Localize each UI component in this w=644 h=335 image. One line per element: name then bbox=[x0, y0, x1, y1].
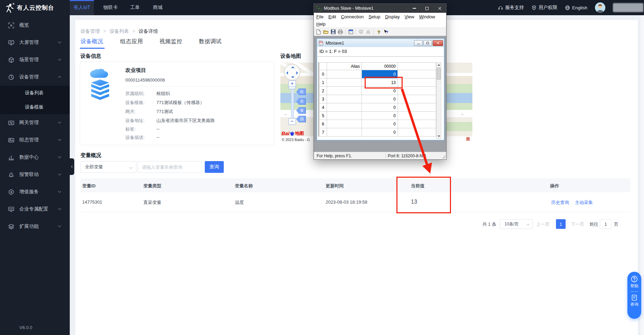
minimize-button[interactable] bbox=[408, 4, 421, 13]
navbar-tab-usr-iot[interactable]: 有人IoT bbox=[70, 0, 94, 15]
big-screen-icon bbox=[8, 40, 14, 46]
avatar[interactable] bbox=[595, 2, 605, 13]
variable-type-select[interactable]: 全部变量 bbox=[80, 161, 136, 173]
prev-page-button[interactable]: 上一页 bbox=[536, 221, 550, 227]
sidebar-item-screens[interactable]: 大屏管理 bbox=[0, 34, 70, 51]
goto-page-input[interactable] bbox=[600, 219, 612, 229]
alias-cell[interactable] bbox=[327, 95, 362, 103]
alias-cell[interactable] bbox=[327, 70, 362, 78]
page-number-1[interactable]: 1 bbox=[556, 219, 566, 229]
navbar-tab-workorder[interactable]: 工单 bbox=[124, 0, 146, 15]
sidebar-item-overview[interactable]: 概览 bbox=[0, 17, 70, 34]
zoom-slider-track[interactable] bbox=[291, 87, 294, 119]
doc-minimize-button[interactable] bbox=[414, 40, 423, 46]
scroll-up-button[interactable] bbox=[436, 63, 441, 67]
grid-row-7[interactable]: 7 0 bbox=[319, 128, 436, 137]
alias-cell[interactable] bbox=[327, 78, 362, 87]
grid-row-5[interactable]: 5 0 bbox=[319, 112, 436, 120]
breadcrumb-device-mgmt[interactable]: 设备管理 bbox=[80, 28, 100, 35]
menu-file[interactable]: File bbox=[314, 14, 326, 19]
resize-grip[interactable] bbox=[442, 155, 445, 159]
sidebar-item-devices[interactable]: 设备管理 bbox=[0, 68, 70, 86]
maximize-button[interactable] bbox=[421, 4, 433, 13]
sidebar-item-extensions[interactable]: 扩展功能 bbox=[0, 218, 70, 235]
sidebar-item-datacenter[interactable]: 数据中心 bbox=[0, 149, 70, 166]
search-button[interactable]: 查询 bbox=[205, 161, 224, 173]
history-query-link[interactable]: 历史查询 bbox=[551, 199, 569, 206]
grid-row-6[interactable]: 6 0 bbox=[319, 120, 436, 128]
help-button[interactable]: ? bbox=[376, 29, 382, 35]
scroll-thumb[interactable] bbox=[437, 68, 441, 80]
sidebar-item-enterprise[interactable]: 企业专属配置 bbox=[0, 201, 70, 218]
sidebar-item-device-template[interactable]: 设备模板 bbox=[0, 100, 70, 114]
navbar-tab-mall[interactable]: 商城 bbox=[146, 0, 169, 15]
variable-search-input[interactable] bbox=[137, 161, 202, 173]
next-page-button[interactable]: 下一页 bbox=[571, 221, 584, 227]
value-cell[interactable]: 0 bbox=[362, 95, 398, 103]
close-button[interactable] bbox=[433, 4, 446, 13]
mbslave1-doc-window[interactable]: DOC Mbslave1 ID = 1: F = 03 Alias bbox=[316, 38, 445, 141]
sidebar-collapse-handle[interactable] bbox=[70, 158, 74, 175]
alias-cell[interactable] bbox=[327, 112, 362, 120]
alias-cell[interactable] bbox=[327, 103, 362, 112]
grid-row-4[interactable]: 4 0 bbox=[319, 103, 436, 112]
value-cell[interactable]: 0 bbox=[362, 103, 398, 112]
doc-titlebar[interactable]: DOC Mbslave1 bbox=[317, 39, 444, 47]
open-file-button[interactable] bbox=[323, 29, 329, 35]
floating-help-widget[interactable]: 帮助 咨询 bbox=[627, 272, 641, 319]
language-switch[interactable]: English bbox=[565, 5, 587, 10]
tab-data-debug[interactable]: 数据调试 bbox=[199, 38, 222, 45]
scene-cube-icon bbox=[8, 57, 14, 63]
sidebar-item-alarms[interactable]: 报警联动 bbox=[0, 166, 70, 183]
context-help-button[interactable]: ? bbox=[383, 29, 389, 35]
sidebar-item-scenes[interactable]: 场景管理 bbox=[0, 51, 70, 68]
disconnect-device-button[interactable] bbox=[365, 29, 371, 35]
doc-close-button[interactable] bbox=[433, 40, 443, 46]
permission-link[interactable]: 用户权限 bbox=[531, 4, 557, 11]
tab-video-monitor[interactable]: 视频监控 bbox=[160, 38, 182, 45]
filler-cell bbox=[398, 112, 436, 120]
map-pan-control[interactable] bbox=[284, 64, 300, 81]
value-cell[interactable]: 0 bbox=[362, 120, 398, 128]
window-titlebar[interactable]: Modbus Slave - Mbslave1 bbox=[314, 4, 446, 13]
active-collect-link[interactable]: 主动采集 bbox=[575, 199, 593, 206]
sidebar-item-label: 网关管理 bbox=[19, 120, 39, 126]
grid-row-3[interactable]: 3 0 bbox=[319, 95, 436, 103]
value-cell[interactable]: 0 bbox=[362, 112, 398, 120]
menu-view[interactable]: View bbox=[402, 14, 417, 19]
grid-scrollbar[interactable] bbox=[436, 62, 441, 139]
variables-table: 变量ID 变量类型 变量名称 更新时间 当前值 操作 14775301 直采变量… bbox=[80, 178, 631, 212]
alias-cell[interactable] bbox=[327, 120, 362, 128]
value-cell[interactable]: 0 bbox=[362, 128, 398, 137]
new-file-button[interactable] bbox=[316, 29, 321, 35]
tab-scada-app[interactable]: 组态应用 bbox=[120, 38, 143, 45]
scroll-down-button[interactable] bbox=[436, 134, 441, 139]
menu-edit[interactable]: Edit bbox=[326, 14, 338, 19]
sidebar-item-device-list[interactable]: 设备列表 bbox=[0, 86, 70, 100]
support-link[interactable]: 服务支持 bbox=[498, 4, 524, 11]
page-size-select[interactable]: 10条/页 bbox=[500, 219, 533, 229]
sidebar-item-vas[interactable]: 增值服务 bbox=[0, 183, 70, 201]
sidebar-item-scada[interactable]: 组态管理 bbox=[0, 131, 70, 149]
zoom-out-button[interactable]: − bbox=[288, 118, 296, 125]
display-setup-button[interactable] bbox=[348, 29, 354, 35]
menu-setup[interactable]: Setup bbox=[366, 14, 383, 19]
cell-update-time: 2023-08-03 18:19:58 bbox=[326, 199, 367, 205]
tab-device-overview[interactable]: 设备概况 bbox=[80, 38, 103, 45]
menu-display[interactable]: Display bbox=[383, 14, 402, 19]
register-grid[interactable]: Alias 00000 0 0 1 bbox=[318, 62, 436, 137]
grid-corner-cell bbox=[319, 63, 327, 70]
navbar-tab-sim[interactable]: 物联卡 bbox=[99, 0, 122, 15]
save-button[interactable] bbox=[330, 29, 336, 35]
zoom-slider-handle[interactable] bbox=[289, 86, 296, 89]
print-button[interactable] bbox=[337, 29, 343, 35]
alias-cell[interactable] bbox=[327, 87, 362, 95]
menu-help[interactable]: Help bbox=[314, 21, 328, 27]
menu-window[interactable]: Window bbox=[417, 14, 438, 19]
breadcrumb-device-list[interactable]: 设备列表 bbox=[109, 28, 129, 35]
menu-connection[interactable]: Connection bbox=[338, 14, 366, 19]
doc-restore-button[interactable] bbox=[423, 40, 432, 46]
alias-cell[interactable] bbox=[327, 128, 362, 137]
connect-device-button[interactable] bbox=[358, 29, 364, 35]
sidebar-item-gateways[interactable]: 网关管理 bbox=[0, 114, 70, 131]
